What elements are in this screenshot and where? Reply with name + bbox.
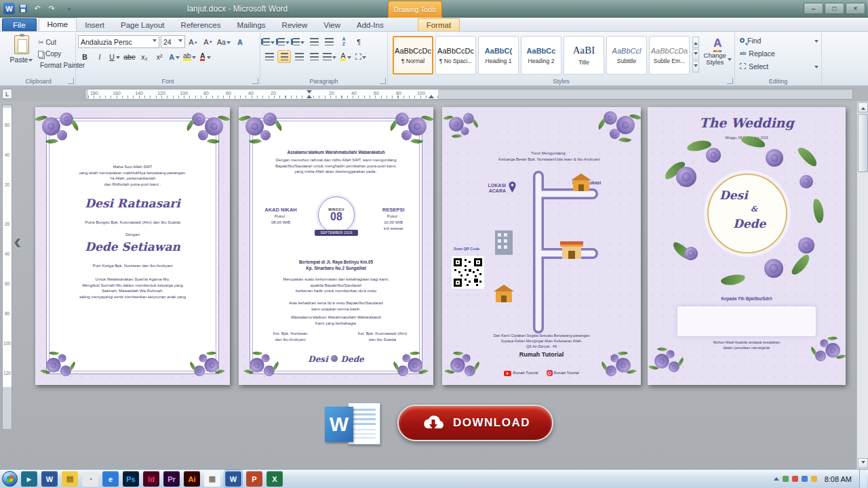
clipboard-dialog-launcher[interactable] bbox=[68, 78, 74, 84]
sort-button[interactable]: AZ bbox=[337, 35, 351, 48]
show-formatting-marks-button[interactable]: ¶ bbox=[352, 35, 366, 48]
style-subtitle[interactable]: AaBbCclSubtitle bbox=[606, 36, 647, 75]
change-styles-button[interactable]: A Change Styles bbox=[703, 37, 732, 75]
font-size-combo[interactable]: 24 bbox=[161, 35, 185, 48]
tab-home[interactable]: Home bbox=[39, 18, 77, 31]
numbering-button[interactable] bbox=[277, 35, 291, 48]
taskbar-icon-indesign[interactable]: Id bbox=[142, 470, 160, 487]
word-app-icon[interactable]: W bbox=[3, 3, 15, 14]
taskbar-icon-word-active[interactable]: W bbox=[224, 470, 243, 488]
taskbar-icon-media-player[interactable]: ► bbox=[20, 470, 38, 487]
copy-button[interactable]: Copy bbox=[38, 48, 75, 60]
taskbar-icon-excel[interactable]: X bbox=[266, 470, 283, 487]
tab-stop-selector[interactable]: L bbox=[2, 89, 12, 99]
style-no-spacing[interactable]: AaBbCcDc¶ No Spaci... bbox=[435, 36, 476, 75]
style-subtle-emphasis[interactable]: AaBbCcDaSubtle Em... bbox=[649, 36, 690, 75]
document-page-2[interactable]: Assalamu'alaikum Warahmatullahi Wabaraka… bbox=[239, 107, 433, 385]
style-heading-2[interactable]: AaBbCcHeading 2 bbox=[521, 36, 561, 75]
taskbar-clock[interactable]: 8:08 AM bbox=[821, 475, 856, 483]
tab-format[interactable]: Format bbox=[418, 18, 460, 31]
tab-references[interactable]: References bbox=[173, 19, 229, 31]
undo-button[interactable]: ↶ bbox=[31, 3, 43, 14]
shading-button[interactable]: A bbox=[339, 50, 353, 63]
highlight-color-button[interactable]: ab bbox=[182, 50, 197, 63]
styles-scroll-up[interactable] bbox=[692, 37, 699, 48]
align-left-button[interactable] bbox=[262, 50, 276, 63]
vertical-scrollbar[interactable] bbox=[856, 102, 868, 469]
tab-review[interactable]: Review bbox=[274, 19, 316, 31]
replace-button[interactable]: abReplace bbox=[737, 47, 819, 60]
superscript-button[interactable]: x² bbox=[153, 50, 166, 63]
taskbar-icon-illustrator[interactable]: Ai bbox=[183, 470, 201, 487]
taskbar-icon-premiere[interactable]: Pr bbox=[163, 470, 180, 487]
taskbar-icon-word-small[interactable]: W bbox=[41, 470, 58, 487]
format-painter-button[interactable]: Format Painter bbox=[38, 60, 75, 71]
taskbar-icon-internet-explorer[interactable]: e bbox=[102, 470, 119, 487]
scroll-up-button[interactable] bbox=[858, 102, 868, 113]
scroll-down-button[interactable] bbox=[858, 458, 868, 468]
close-button[interactable]: × bbox=[846, 3, 865, 14]
borders-button[interactable] bbox=[354, 50, 368, 63]
redo-button[interactable]: ↷ bbox=[45, 3, 58, 14]
styles-more-button[interactable] bbox=[692, 61, 699, 73]
font-color-button[interactable]: A bbox=[199, 50, 212, 63]
paragraph-dialog-launcher[interactable] bbox=[380, 78, 386, 84]
taskbar-icon-chrome[interactable]: ◔ bbox=[81, 470, 99, 487]
font-family-combo[interactable]: Andaluzia Persc bbox=[78, 35, 159, 48]
document-page-4[interactable]: The Wedding Minggu, 08 September 2019 bbox=[648, 107, 846, 385]
document-page-3[interactable]: Turut Mengundang : Keluarga Besar Bpk. N… bbox=[442, 107, 641, 385]
taskbar-icon-explorer[interactable]: ▤ bbox=[61, 470, 79, 487]
style-title[interactable]: AaBITitle bbox=[564, 36, 604, 75]
style-heading-1[interactable]: AaBbC(Heading 1 bbox=[478, 36, 519, 75]
bullets-button[interactable] bbox=[262, 35, 276, 48]
clear-formatting-button[interactable]: A bbox=[233, 35, 247, 48]
tab-insert[interactable]: Insert bbox=[77, 19, 113, 31]
maximize-button[interactable]: □ bbox=[825, 3, 844, 14]
increase-indent-button[interactable] bbox=[322, 35, 336, 48]
change-case-button[interactable]: Aa bbox=[216, 35, 232, 48]
previous-overlay-button[interactable]: ‹ bbox=[14, 229, 21, 252]
grow-font-button[interactable]: A▲ bbox=[186, 35, 200, 48]
multilevel-list-button[interactable] bbox=[292, 35, 306, 48]
hanging-indent-marker[interactable] bbox=[307, 92, 312, 98]
show-desktop-button[interactable] bbox=[859, 470, 867, 488]
tab-file[interactable]: File bbox=[2, 18, 37, 31]
minimize-button[interactable]: – bbox=[804, 3, 823, 14]
taskbar-icon-notes[interactable]: ▦ bbox=[203, 470, 221, 487]
strikethrough-button[interactable]: abe bbox=[123, 50, 136, 63]
decrease-indent-button[interactable] bbox=[307, 35, 321, 48]
hidden-icons-button[interactable] bbox=[774, 474, 779, 481]
document-page-1[interactable]: Maha Suci Allah SWT yang telah menciptak… bbox=[35, 107, 230, 385]
download-button[interactable]: DOWNLOAD bbox=[397, 405, 553, 441]
taskbar-icon-photoshop[interactable]: Ps bbox=[122, 470, 140, 487]
cut-button[interactable]: ✂Cut bbox=[38, 37, 75, 48]
shrink-font-button[interactable]: A▼ bbox=[201, 35, 215, 48]
start-button[interactable] bbox=[2, 471, 18, 487]
styles-scroll-down[interactable] bbox=[692, 49, 699, 60]
right-indent-marker[interactable] bbox=[429, 92, 434, 98]
bold-button[interactable]: B bbox=[78, 50, 92, 63]
customize-qat-button[interactable] bbox=[60, 3, 72, 14]
align-right-button[interactable] bbox=[292, 50, 306, 63]
font-dialog-launcher[interactable] bbox=[252, 78, 258, 84]
underline-button[interactable]: U bbox=[108, 50, 121, 63]
find-button[interactable]: Find bbox=[737, 34, 819, 47]
tray-icon[interactable] bbox=[811, 476, 817, 482]
style-normal[interactable]: AaBbCcDc¶ Normal bbox=[393, 36, 433, 75]
save-button[interactable] bbox=[17, 3, 29, 14]
tray-icon[interactable] bbox=[792, 476, 798, 482]
justify-button[interactable] bbox=[307, 50, 321, 63]
select-button[interactable]: Select bbox=[737, 60, 819, 73]
subscript-button[interactable]: x₂ bbox=[138, 50, 151, 63]
tab-mailings[interactable]: Mailings bbox=[229, 19, 273, 31]
styles-dialog-launcher[interactable] bbox=[727, 78, 733, 84]
tray-icon[interactable] bbox=[802, 476, 808, 482]
italic-button[interactable]: I bbox=[93, 50, 106, 63]
tray-icon[interactable] bbox=[783, 476, 789, 482]
align-center-button[interactable] bbox=[277, 50, 291, 63]
paste-button[interactable]: Paste bbox=[7, 35, 37, 76]
tab-view[interactable]: View bbox=[315, 19, 349, 31]
tab-page-layout[interactable]: Page Layout bbox=[113, 19, 173, 31]
taskbar-icon-powerpoint[interactable]: P bbox=[245, 470, 263, 487]
line-spacing-button[interactable] bbox=[322, 50, 338, 63]
